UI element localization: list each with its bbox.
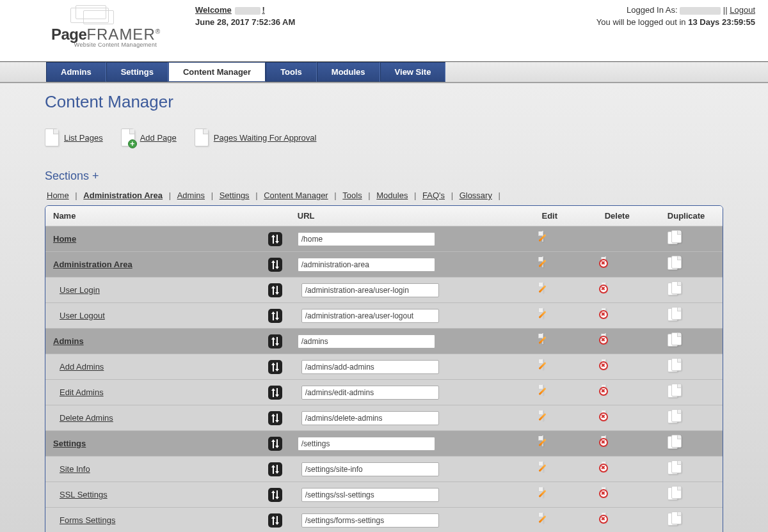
breadcrumb-link[interactable]: Content Manager: [264, 191, 328, 200]
url-input[interactable]: [298, 258, 435, 272]
delete-button[interactable]: [605, 436, 620, 451]
breadcrumb-link[interactable]: Glossary: [460, 191, 492, 200]
edit-button[interactable]: [542, 359, 557, 375]
duplicate-button[interactable]: [668, 358, 683, 373]
edit-button[interactable]: [542, 462, 557, 477]
breadcrumb: Home | Administration Area | Admins | Se…: [45, 191, 723, 200]
url-input[interactable]: [298, 334, 435, 348]
reorder-icon[interactable]: [268, 488, 282, 502]
url-input[interactable]: [301, 411, 439, 425]
edit-button[interactable]: [542, 283, 557, 298]
delete-button[interactable]: [605, 334, 620, 349]
page-name-link[interactable]: User Logout: [60, 311, 105, 320]
reorder-icon[interactable]: [268, 411, 282, 425]
logo-text-framer: FRAMER: [86, 26, 155, 43]
page-name-link[interactable]: SSL Settings: [60, 490, 108, 499]
sections-heading[interactable]: Sections +: [45, 169, 723, 183]
edit-button[interactable]: [542, 513, 557, 528]
reorder-icon[interactable]: [268, 386, 282, 400]
delete-button[interactable]: [605, 359, 620, 375]
breadcrumb-sep: |: [253, 191, 260, 200]
page-name-link[interactable]: Settings: [53, 439, 86, 448]
breadcrumb-link[interactable]: Home: [47, 191, 69, 200]
delete-button[interactable]: [605, 385, 620, 400]
nav-tab-view-site[interactable]: View Site: [380, 62, 446, 82]
page-name-link[interactable]: Admins: [53, 336, 84, 346]
duplicate-button[interactable]: [668, 332, 683, 348]
logged-in-as: Logged In As: || Logout: [596, 5, 755, 15]
page-name-link[interactable]: Add Admins: [60, 362, 104, 372]
nav-tab-settings[interactable]: Settings: [106, 62, 168, 82]
reorder-icon[interactable]: [268, 334, 282, 348]
reorder-icon[interactable]: [268, 360, 282, 374]
delete-button[interactable]: [605, 308, 620, 324]
breadcrumb-link[interactable]: Admins: [177, 191, 205, 200]
nav-tab-tools[interactable]: Tools: [266, 62, 317, 82]
nav-tab-content-manager[interactable]: Content Manager: [168, 62, 266, 82]
edit-button[interactable]: [542, 231, 557, 247]
reorder-icon[interactable]: [268, 283, 282, 297]
delete-button[interactable]: [605, 283, 620, 298]
add-page-link[interactable]: Add Page: [140, 133, 177, 143]
url-input[interactable]: [301, 386, 439, 400]
reorder-icon[interactable]: [268, 258, 282, 272]
breadcrumb-link[interactable]: Settings: [220, 191, 250, 200]
page-name-link[interactable]: Administration Area: [53, 260, 132, 269]
url-input[interactable]: [301, 360, 439, 374]
duplicate-button[interactable]: [668, 384, 683, 399]
page-name-link[interactable]: User Login: [60, 285, 100, 295]
duplicate-button[interactable]: [668, 230, 683, 246]
breadcrumb-link[interactable]: Administration Area: [83, 191, 163, 200]
reorder-icon[interactable]: [268, 462, 282, 476]
nav-tab-modules[interactable]: Modules: [317, 62, 380, 82]
edit-button[interactable]: [542, 385, 557, 400]
list-pages-action[interactable]: List Pages: [45, 129, 103, 146]
page-name-link[interactable]: Edit Admins: [60, 387, 104, 397]
pages-table-wrap: Name URL Edit Delete Duplicate HomeAdmin…: [45, 205, 723, 532]
duplicate-button[interactable]: [668, 486, 683, 501]
url-input[interactable]: [301, 513, 439, 528]
logo: PageFRAMER® Website Content Management: [51, 5, 157, 48]
reorder-icon[interactable]: [268, 309, 282, 323]
url-input[interactable]: [301, 283, 439, 297]
url-input[interactable]: [301, 462, 439, 476]
url-input[interactable]: [301, 309, 439, 323]
duplicate-button[interactable]: [668, 256, 683, 271]
page-name-link[interactable]: Delete Admins: [60, 413, 113, 423]
page-name-link[interactable]: Forms Settings: [60, 515, 115, 525]
duplicate-button[interactable]: [668, 409, 683, 425]
approval-link[interactable]: Pages Waiting For Approval: [214, 133, 317, 143]
reorder-icon[interactable]: [268, 513, 282, 528]
url-input[interactable]: [298, 232, 435, 246]
edit-button[interactable]: [542, 436, 557, 451]
breadcrumb-link[interactable]: Tools: [342, 191, 362, 200]
reorder-icon[interactable]: [268, 232, 282, 246]
delete-button[interactable]: [605, 513, 620, 528]
delete-button[interactable]: [605, 411, 620, 426]
edit-button[interactable]: [542, 487, 557, 503]
edit-button[interactable]: [542, 334, 557, 349]
nav-tab-admins[interactable]: Admins: [46, 62, 106, 82]
duplicate-button[interactable]: [668, 435, 683, 450]
page-name-link[interactable]: Home: [53, 234, 76, 244]
edit-button[interactable]: [542, 257, 557, 272]
add-page-action[interactable]: + Add Page: [121, 129, 177, 146]
duplicate-button[interactable]: [668, 281, 683, 297]
delete-button[interactable]: [605, 487, 620, 503]
logout-link[interactable]: Logout: [730, 5, 755, 15]
edit-button[interactable]: [542, 308, 557, 324]
page-name-link[interactable]: Site Info: [60, 464, 90, 474]
delete-button[interactable]: [605, 462, 620, 477]
duplicate-button[interactable]: [668, 512, 683, 527]
duplicate-button[interactable]: [668, 307, 683, 322]
approval-action[interactable]: Pages Waiting For Approval: [195, 129, 317, 146]
breadcrumb-link[interactable]: Modules: [376, 191, 408, 200]
url-input[interactable]: [298, 437, 435, 451]
duplicate-button[interactable]: [668, 460, 683, 476]
list-pages-link[interactable]: List Pages: [64, 133, 103, 143]
breadcrumb-link[interactable]: FAQ's: [422, 191, 445, 200]
delete-button[interactable]: [605, 257, 620, 272]
edit-button[interactable]: [542, 411, 557, 426]
url-input[interactable]: [301, 488, 439, 502]
reorder-icon[interactable]: [268, 437, 282, 451]
